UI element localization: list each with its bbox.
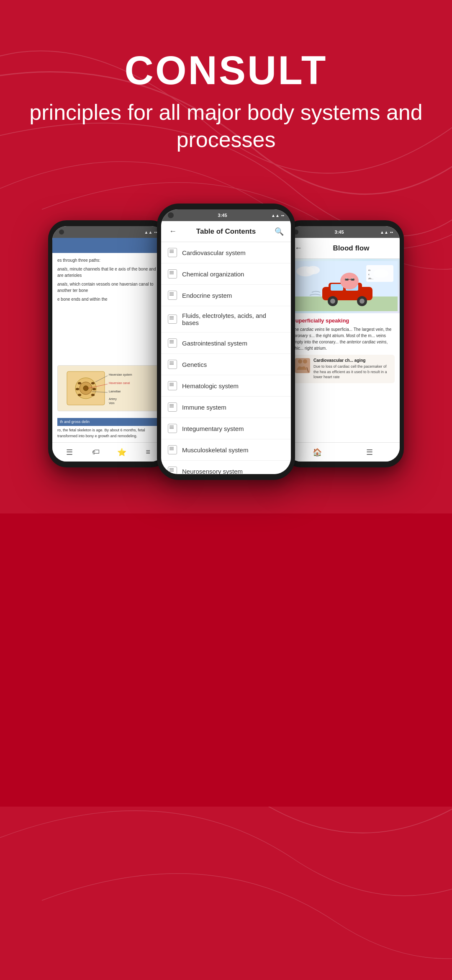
nav-star-icon[interactable]: ⭐ (116, 446, 128, 458)
right-time: 3:45 (335, 230, 344, 235)
svg-rect-33 (345, 279, 349, 281)
toc-doc-icon-6 (168, 360, 177, 369)
left-bottom-text: th and gross delin ro, the fetal skeleto… (52, 415, 165, 443)
left-text-area: es through three paths: anals, minute ch… (52, 253, 165, 362)
svg-rect-22 (331, 284, 343, 291)
blood-flow-para: The cardiac veins lie superficia... The … (292, 326, 395, 351)
right-header-title: Blood flow (308, 244, 394, 253)
left-text-2: anals, minute channels that lie e axis o… (57, 266, 160, 279)
left-blue-highlight: th and gross delin (57, 418, 160, 426)
svg-text:Vein: Vein (109, 402, 115, 405)
toc-doc-icon-10 (168, 445, 177, 454)
center-search-button[interactable]: 🔍 (273, 226, 285, 237)
left-text-1: es through three paths: (57, 257, 160, 263)
phone-right: 3:45 ▲▲ ▪▪ ← Blood flow (282, 220, 404, 467)
toc-label-6: Genetics (182, 361, 207, 368)
toc-doc-icon-7 (168, 381, 177, 390)
toc-label-11: Neurosensory system (182, 468, 243, 475)
toc-label-5: Gastrointestinal system (182, 340, 247, 347)
right-home-icon[interactable]: 🏠 (311, 446, 323, 458)
toc-item-cardiovascular[interactable]: Cardiovascular system (161, 242, 291, 263)
toc-doc-icon-9 (168, 424, 177, 433)
phone-center: 3:45 ▲▲ ▪▪ ← Table of Contents 🔍 (157, 204, 295, 480)
center-time: 3:45 (218, 213, 227, 218)
svg-point-8 (78, 394, 81, 396)
right-screen-content: 3:45 ▲▲ ▪▪ ← Blood flow (287, 226, 400, 462)
center-screen-content: 3:45 ▲▲ ▪▪ ← Table of Contents 🔍 (161, 209, 291, 474)
toc-item-chemical[interactable]: Chemical organization (161, 263, 291, 285)
phone-left-shell: ▲▲ ▪▪▪ es through three paths: anals, mi… (48, 220, 170, 467)
left-text-4: e bone ends and within the (57, 296, 160, 302)
left-chapter-header (52, 238, 165, 253)
cardio-aging-title: Cardiovascular ch... aging (313, 358, 391, 363)
nav-tag-icon[interactable]: 🏷 (90, 446, 102, 458)
center-battery-icon: ▪▪ (281, 213, 284, 218)
toc-label-10: Musculoskeletal system (182, 446, 248, 454)
phone-left: ▲▲ ▪▪▪ es through three paths: anals, mi… (48, 220, 170, 467)
center-wifi-icon: ▲▲ (271, 213, 280, 218)
toc-item-gastrointestinal[interactable]: Gastrointestinal system (161, 333, 291, 354)
toc-doc-icon-5 (168, 338, 177, 348)
svg-point-3 (83, 386, 88, 391)
svg-point-6 (76, 388, 79, 390)
bone-illustration-box: Haversian system Haversian canal Lamella… (57, 365, 160, 411)
blood-flow-text-content: Superficially speaking The cardiac veins… (287, 313, 400, 442)
left-bottom-para: ro, the fetal skeleton is age. By about … (57, 428, 160, 439)
toc-doc-icon-3 (168, 291, 177, 300)
nav-list-icon[interactable]: ≡ (142, 446, 154, 458)
toc-label-9: Integumentary system (182, 425, 244, 432)
cardio-aging-icon (295, 358, 310, 373)
center-notch (168, 212, 174, 218)
toc-label-4: Fluids, electrolytes, acids, and bases (182, 312, 284, 326)
right-menu-icon[interactable]: ☰ (364, 446, 375, 458)
center-header-title: Table of Contents (183, 227, 269, 236)
toc-item-musculoskeletal[interactable]: Musculoskeletal system (161, 439, 291, 461)
right-status-icons: ▲▲ ▪▪ (380, 230, 393, 235)
toc-doc-icon-2 (168, 269, 177, 279)
phones-section: ▲▲ ▪▪▪ es through three paths: anals, mi… (0, 187, 452, 513)
svg-point-43 (298, 359, 302, 364)
center-app-header: ← Table of Contents 🔍 (161, 221, 291, 242)
toc-item-genetics[interactable]: Genetics (161, 354, 291, 375)
svg-point-44 (303, 359, 307, 364)
svg-text:m: m (368, 269, 370, 271)
center-back-button[interactable]: ← (167, 226, 179, 237)
phone-center-shell: 3:45 ▲▲ ▪▪ ← Table of Contents 🔍 (157, 204, 295, 480)
toc-item-fluids[interactable]: Fluids, electrolytes, acids, and bases (161, 306, 291, 333)
svg-text:c: c (368, 273, 370, 276)
toc-item-hematologic[interactable]: Hematologic system (161, 375, 291, 397)
svg-rect-34 (351, 279, 354, 281)
toc-item-integumentary[interactable]: Integumentary system (161, 418, 291, 439)
toc-label-3: Endocrine system (182, 292, 232, 299)
toc-item-neurosensory[interactable]: Neurosensory system (161, 461, 291, 474)
toc-doc-icon-1 (168, 248, 177, 257)
svg-point-37 (306, 266, 320, 274)
left-notch-indicator (59, 230, 64, 235)
svg-point-25 (330, 299, 335, 304)
left-bottom-nav[interactable]: ☰ 🏷 ⭐ ≡ (52, 442, 165, 462)
toc-label-7: Hematologic system (182, 382, 239, 389)
svg-point-9 (91, 394, 95, 396)
toc-label-1: Cardiovascular system (182, 249, 246, 256)
toc-label-8: Immune system (182, 404, 226, 411)
svg-text:Ah...: Ah... (368, 277, 374, 280)
nav-menu-icon[interactable]: ☰ (64, 446, 75, 458)
svg-point-27 (360, 299, 365, 304)
svg-text:Haversian system: Haversian system (109, 373, 132, 377)
svg-text:Artery: Artery (109, 397, 117, 401)
cardio-aging-box: Cardiovascular ch... aging Due to loss o… (292, 355, 395, 383)
phone-center-screen: 3:45 ▲▲ ▪▪ ← Table of Contents 🔍 (161, 209, 291, 474)
right-app-header: ← Blood flow (287, 238, 400, 259)
right-bottom-nav[interactable]: 🏠 ☰ (287, 442, 400, 462)
svg-point-28 (340, 273, 359, 289)
toc-item-immune[interactable]: Immune system (161, 397, 291, 418)
svg-text:Haversian canal: Haversian canal (109, 382, 130, 384)
toc-doc-icon-8 (168, 402, 177, 412)
phone-left-screen: ▲▲ ▪▪▪ es through three paths: anals, mi… (52, 226, 165, 462)
left-screen-content: ▲▲ ▪▪▪ es through three paths: anals, mi… (52, 226, 165, 462)
wifi-icon: ▲▲ (144, 230, 153, 235)
bottom-section (0, 513, 452, 807)
cardio-aging-text: Cardiovascular ch... aging Due to loss o… (313, 358, 391, 380)
svg-point-7 (92, 388, 96, 390)
toc-item-endocrine[interactable]: Endocrine system (161, 285, 291, 306)
